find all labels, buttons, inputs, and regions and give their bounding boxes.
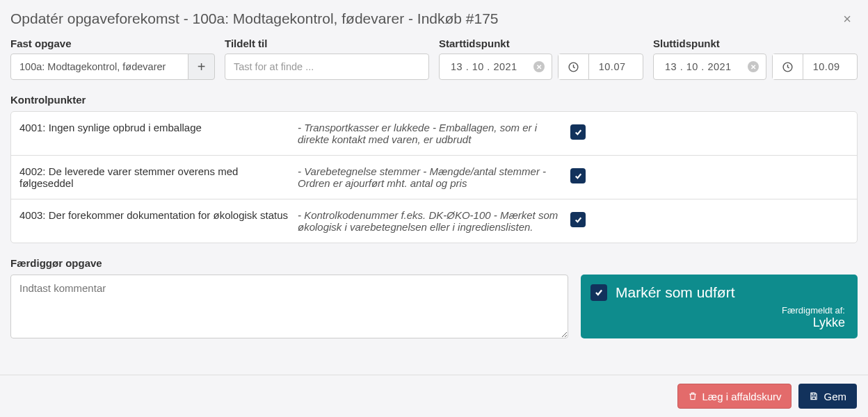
clock-icon: [773, 54, 803, 79]
trash-button[interactable]: Læg i affaldskurv: [677, 384, 792, 409]
checkpoints-heading: Kontrolpunkter: [10, 94, 858, 106]
field-end: Sluttidspunkt 13 . 10 . 2021 ✕ 10.09: [653, 38, 858, 80]
end-time-text: 10.09: [803, 61, 840, 72]
check-icon: [574, 215, 583, 224]
start-time-input[interactable]: 10.07: [558, 54, 643, 80]
modal: Opdatér opgaveforekomst - 100a: Modtagek…: [0, 0, 868, 417]
checkpoint-desc: - Kontrolkodenummer f.eks. DK-ØKO-100 - …: [298, 209, 570, 233]
task-input[interactable]: [10, 54, 191, 80]
add-task-button[interactable]: +: [188, 54, 215, 80]
checkpoint-checkbox[interactable]: [570, 212, 586, 227]
table-row: 4001: Ingen synlige opbrud i emballage -…: [11, 112, 857, 156]
checkpoint-check-cell: [570, 165, 849, 183]
checkpoint-name: 4002: De leverede varer stemmer overens …: [19, 165, 298, 189]
trash-icon: [688, 391, 698, 401]
end-label: Sluttidspunkt: [653, 38, 858, 49]
save-button[interactable]: Gem: [798, 384, 857, 409]
start-time-text: 10.07: [589, 61, 626, 72]
checkpoint-checkbox[interactable]: [570, 124, 586, 140]
modal-body: Fast opgave + Tildelt til Starttidspunkt…: [0, 38, 868, 349]
done-checkbox[interactable]: [590, 284, 607, 301]
assigned-input[interactable]: [225, 54, 429, 80]
check-icon: [574, 172, 583, 181]
modal-footer: Læg i affaldskurv Gem: [0, 375, 868, 417]
checkpoint-check-cell: [570, 209, 849, 227]
done-top: Markér som udført: [590, 284, 845, 301]
field-start: Starttidspunkt 13 . 10 . 2021 ✕ 10.07: [439, 38, 643, 80]
start-date-text: 13 . 10 . 2021: [451, 61, 517, 72]
checkpoint-name: 4003: Der forekommer dokumentation for ø…: [19, 209, 298, 221]
start-date-input[interactable]: 13 . 10 . 2021 ✕: [439, 54, 552, 80]
table-row: 4002: De leverede varer stemmer overens …: [11, 156, 857, 199]
complete-row: Markér som udført Færdigmeldt af: Lykke: [10, 275, 858, 338]
task-input-group: +: [10, 54, 215, 80]
done-panel: Markér som udført Færdigmeldt af: Lykke: [581, 275, 858, 338]
done-label: Markér som udført: [616, 284, 735, 301]
assigned-label: Tildelt til: [225, 38, 429, 49]
plus-icon: +: [198, 59, 206, 75]
check-icon: [574, 128, 583, 137]
end-date-input[interactable]: 13 . 10 . 2021 ✕: [653, 54, 766, 80]
checkpoint-checkbox[interactable]: [570, 168, 586, 183]
start-dt-group: 13 . 10 . 2021 ✕ 10.07: [439, 54, 643, 80]
save-button-label: Gem: [823, 391, 846, 402]
modal-title: Opdatér opgaveforekomst - 100a: Modtagek…: [10, 10, 499, 27]
save-icon: [809, 391, 819, 401]
end-dt-group: 13 . 10 . 2021 ✕ 10.09: [653, 54, 858, 80]
modal-header: Opdatér opgaveforekomst - 100a: Modtagek…: [0, 0, 868, 38]
clock-icon: [558, 54, 589, 79]
field-task: Fast opgave +: [10, 38, 215, 80]
clear-end-date-icon[interactable]: ✕: [748, 61, 759, 72]
done-meta: Færdigmeldt af:: [590, 305, 845, 316]
close-icon[interactable]: ×: [840, 11, 854, 27]
check-icon: [594, 288, 604, 297]
trash-button-label: Læg i affaldskurv: [702, 391, 782, 402]
table-row: 4003: Der forekommer dokumentation for ø…: [11, 199, 857, 243]
comment-input[interactable]: [10, 275, 568, 338]
end-time-input[interactable]: 10.09: [772, 54, 858, 80]
field-assigned: Tildelt til: [225, 38, 429, 80]
task-label: Fast opgave: [10, 38, 215, 49]
end-date-text: 13 . 10 . 2021: [665, 61, 732, 72]
checkpoint-desc: - Varebetegnelse stemmer - Mængde/antal …: [298, 165, 570, 189]
checkpoints-table: 4001: Ingen synlige opbrud i emballage -…: [10, 111, 858, 243]
clear-start-date-icon[interactable]: ✕: [533, 61, 545, 72]
done-user: Lykke: [590, 316, 845, 330]
checkpoint-check-cell: [570, 122, 849, 140]
start-label: Starttidspunkt: [439, 38, 643, 49]
checkpoint-desc: - Transportkasser er lukkede - Emballage…: [298, 122, 570, 145]
fields-row: Fast opgave + Tildelt til Starttidspunkt…: [10, 38, 858, 80]
complete-heading: Færdiggør opgave: [10, 257, 858, 269]
checkpoint-name: 4001: Ingen synlige opbrud i emballage: [19, 122, 298, 133]
